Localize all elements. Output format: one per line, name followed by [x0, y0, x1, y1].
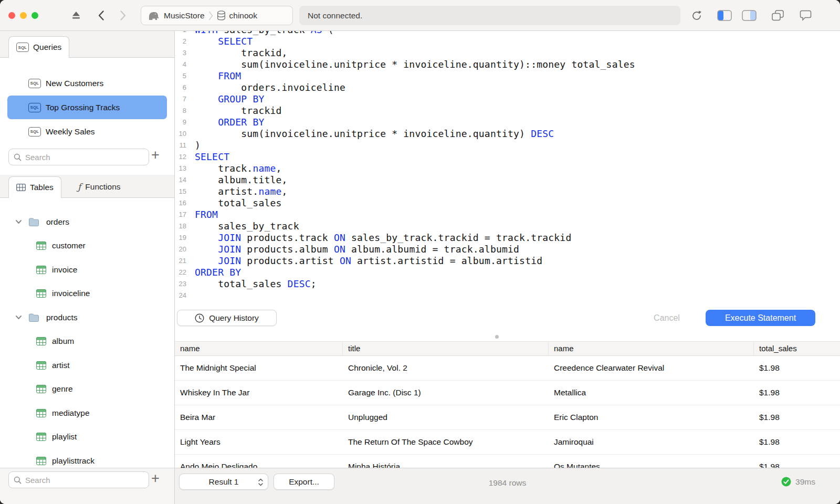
query-search-input[interactable]: [25, 153, 144, 162]
tree-table-artist[interactable]: artist: [0, 353, 174, 377]
code-line: 15 artist.name,: [175, 186, 840, 197]
tab-tables[interactable]: Tables: [8, 176, 61, 198]
query-history-label: Query History: [209, 313, 259, 323]
feedback-bubble-icon[interactable]: [800, 10, 812, 21]
close-window-button[interactable]: [8, 12, 15, 19]
tree-table-playlisttrack[interactable]: playlisttrack: [0, 449, 174, 468]
line-number: 12: [175, 151, 186, 163]
tree-table-customer[interactable]: customer: [0, 234, 174, 258]
tree-folder-products[interactable]: products: [0, 306, 174, 330]
query-item[interactable]: SQLNew Customers: [7, 71, 167, 95]
table-icon: [36, 409, 46, 417]
catalog-tab-bar: Tables ƒ Functions: [0, 175, 174, 198]
cancel-button[interactable]: Cancel: [640, 310, 694, 326]
table-row[interactable]: Ando Meio DesligadoMinha HistóriaOs Muta…: [175, 455, 840, 468]
breadcrumb-database[interactable]: chinook: [217, 10, 257, 20]
code-text: ): [186, 140, 201, 151]
code-line: 19 JOIN products.track ON sales_by_track…: [175, 232, 840, 244]
tree-label: products: [46, 313, 77, 322]
success-check-icon: [781, 477, 791, 487]
table-cell: Metallica: [549, 381, 754, 405]
tree-table-playlist[interactable]: playlist: [0, 425, 174, 449]
elapsed-time: 39ms: [795, 477, 815, 487]
postgres-elephant-icon: [146, 10, 160, 21]
refresh-icon[interactable]: [691, 10, 702, 22]
code-text: ORDER BY: [186, 117, 264, 128]
tree-table-invoice[interactable]: invoice: [0, 258, 174, 282]
tab-queries[interactable]: SQL Queries: [8, 36, 69, 58]
toggle-left-sidebar-icon[interactable]: [717, 10, 732, 21]
code-text: orders.invoiceline: [186, 82, 345, 93]
table-row[interactable]: Whiskey In The JarGarage Inc. (Disc 1)Me…: [175, 381, 840, 405]
connection-status: Not connected.: [299, 6, 680, 25]
query-history-button[interactable]: Query History: [177, 310, 277, 326]
forward-button[interactable]: [120, 10, 127, 21]
tree-label: artist: [52, 361, 70, 370]
eject-icon[interactable]: [71, 11, 81, 20]
query-item[interactable]: SQLTop Grossing Tracks: [7, 96, 167, 119]
execute-statement-button[interactable]: Execute Statement: [706, 310, 815, 326]
table-cell: Eric Clapton: [549, 405, 754, 429]
code-text: FROM: [186, 209, 218, 220]
tab-functions[interactable]: ƒ Functions: [71, 176, 127, 197]
column-header[interactable]: name: [175, 342, 343, 355]
function-icon: ƒ: [78, 182, 81, 192]
code-text: sales_by_track: [186, 220, 299, 232]
table-icon: [36, 242, 46, 250]
tree-label: invoice: [52, 265, 77, 275]
query-search-field[interactable]: [8, 149, 149, 165]
splitter-handle[interactable]: [495, 335, 499, 339]
table-row[interactable]: Light YearsThe Return Of The Space Cowbo…: [175, 430, 840, 455]
table-cell: Unplugged: [343, 405, 549, 429]
tree-label: playlisttrack: [52, 456, 94, 466]
minimize-window-button[interactable]: [20, 12, 27, 19]
code-text: WITH sales_by_track AS (: [186, 31, 334, 36]
code-text: track.name,: [186, 163, 282, 174]
code-text: sum(invoiceline.unitprice * invoiceline.…: [186, 128, 554, 140]
search-icon: [14, 476, 22, 484]
connection-status-text: Not connected.: [308, 11, 362, 20]
query-list: SQLNew CustomersSQLTop Grossing TracksSQ…: [0, 71, 174, 144]
tree-table-mediatype[interactable]: mediatype: [0, 401, 174, 425]
column-header[interactable]: total_sales: [754, 342, 840, 355]
code-line: 23 total_sales DESC;: [175, 278, 840, 290]
app-window: MusicStore chinook Not connected.: [0, 0, 840, 504]
sql-editor[interactable]: 1WITH sales_by_track AS (2 SELECT3 track…: [175, 31, 840, 307]
line-number: 23: [175, 278, 186, 290]
back-button[interactable]: [98, 10, 104, 21]
disclosure-chevron-icon[interactable]: [15, 315, 22, 320]
sql-query-icon: SQL: [28, 103, 41, 112]
breadcrumb: MusicStore chinook: [141, 6, 293, 25]
query-item-label: Top Grossing Tracks: [46, 103, 120, 112]
breadcrumb-server[interactable]: MusicStore: [146, 10, 205, 21]
disclosure-chevron-icon[interactable]: [15, 219, 22, 224]
column-header[interactable]: name: [549, 342, 754, 355]
table-search-input[interactable]: [25, 476, 144, 485]
column-header[interactable]: title: [343, 342, 549, 355]
line-number: 19: [175, 232, 186, 244]
code-line: 17FROM: [175, 209, 840, 220]
tree-label: playlist: [52, 432, 77, 442]
add-table-button[interactable]: +: [151, 471, 160, 486]
table-icon: [36, 337, 46, 345]
line-number: 10: [175, 128, 186, 140]
server-name: MusicStore: [164, 11, 205, 20]
row-count: 1984 rows: [175, 478, 840, 488]
code-line: 21 JOIN products.artist ON artist.artist…: [175, 255, 840, 267]
table-search-field[interactable]: [8, 471, 149, 488]
window-tabs-icon[interactable]: [772, 10, 784, 21]
zoom-window-button[interactable]: [32, 12, 38, 19]
code-line: 6 orders.invoiceline: [175, 82, 840, 93]
tree-table-album[interactable]: album: [0, 330, 174, 354]
tree-table-genre[interactable]: genre: [0, 377, 174, 402]
table-cell: Creedence Clearwater Revival: [549, 356, 754, 380]
table-cell: $1.98: [754, 405, 840, 429]
tree-folder-orders[interactable]: orders: [0, 210, 174, 234]
table-row[interactable]: Beira MarUnpluggedEric Clapton$1.98: [175, 405, 840, 430]
query-item[interactable]: SQLWeekly Sales: [7, 120, 167, 143]
toggle-right-panel-icon[interactable]: [742, 10, 757, 21]
table-row[interactable]: The Midnight SpecialChronicle, Vol. 2Cre…: [175, 356, 840, 381]
table-cell: $1.98: [754, 455, 840, 468]
add-query-button[interactable]: +: [151, 148, 160, 162]
tree-table-invoiceline[interactable]: invoiceline: [0, 282, 174, 306]
